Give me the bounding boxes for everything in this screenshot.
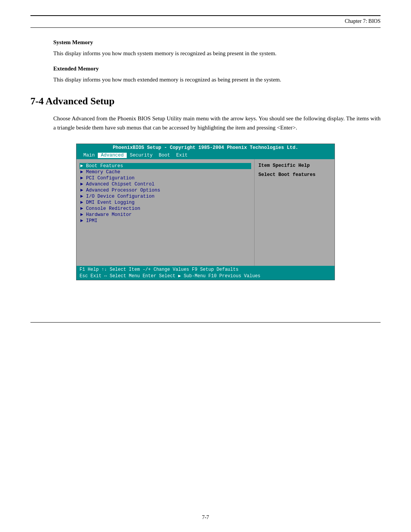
extended-memory-para: This display informs you how much extend… — [53, 75, 381, 84]
bios-bottom-row2-text: Esc Exit ↔ Select Menu Enter Select ▶ Su… — [80, 273, 260, 279]
bios-entry-boot-features[interactable]: ► Boot Features — [80, 163, 251, 169]
bios-menu-exit[interactable]: Exit — [173, 153, 191, 158]
bios-entry-processor-options[interactable]: ► Advanced Processor Options — [80, 187, 251, 193]
bios-menu-boot[interactable]: Boot — [156, 153, 173, 158]
bios-bottom-row1: F1 Help ↑↓ Select Item -/+ Change Values… — [80, 267, 331, 273]
bios-menu-advanced[interactable]: Advanced — [98, 153, 127, 158]
bios-entry-chipset-control[interactable]: ► Advanced Chipset Control — [80, 181, 251, 187]
bottom-rule — [30, 322, 381, 323]
bios-entry-io-device[interactable]: ► I/O Device Configuration — [80, 193, 251, 200]
bios-bottom-bar: F1 Help ↑↓ Select Item -/+ Change Values… — [76, 266, 335, 280]
extended-memory-heading: Extended Memory — [53, 66, 381, 72]
chapter-rule — [30, 27, 381, 28]
bios-main-area: ► Boot Features ► Memory Cache ► PCI Con… — [76, 159, 335, 266]
bios-title-bar: PhoenixBIOS Setup - Copyright 1985-2004 … — [76, 144, 335, 152]
chapter-header: Chapter 7: BIOS — [30, 16, 381, 27]
bios-help-title: Item Specific Help — [258, 163, 331, 168]
bios-entry-pci-config[interactable]: ► PCI Configuration — [80, 175, 251, 181]
bios-menu-main[interactable]: Main — [80, 153, 98, 158]
advanced-setup-intro: Choose Advanced from the Phoenix BIOS Se… — [53, 114, 381, 132]
system-memory-para: This display informs you how much system… — [53, 49, 381, 58]
page-footer: 7-7 — [0, 514, 411, 521]
bios-screenshot: PhoenixBIOS Setup - Copyright 1985-2004 … — [76, 144, 335, 280]
system-memory-heading: System Memory — [53, 39, 381, 46]
bios-right-panel: Item Specific Help Select Boot features — [255, 159, 335, 266]
bios-bottom-row1-text: F1 Help ↑↓ Select Item -/+ Change Values… — [80, 267, 239, 272]
bios-help-text: Select Boot features — [258, 171, 331, 179]
bios-bottom-row2: Esc Exit ↔ Select Menu Enter Select ▶ Su… — [80, 273, 331, 279]
bios-menu-bar: Main Advanced Security Boot Exit — [76, 152, 335, 159]
bios-left-panel: ► Boot Features ► Memory Cache ► PCI Con… — [76, 159, 255, 266]
bios-menu-security[interactable]: Security — [127, 153, 156, 158]
bios-entry-hardware-monitor[interactable]: ► Hardware Monitor — [80, 212, 251, 218]
section-74-heading: 7-4 Advanced Setup — [30, 96, 381, 107]
bios-entry-memory-cache[interactable]: ► Memory Cache — [80, 169, 251, 175]
bios-entry-console-redirect[interactable]: ► Console Redirection — [80, 206, 251, 212]
bios-entry-ipmi[interactable]: ► IPMI — [80, 218, 251, 224]
bios-entry-dmi-event[interactable]: ► DMI Event Logging — [80, 200, 251, 206]
